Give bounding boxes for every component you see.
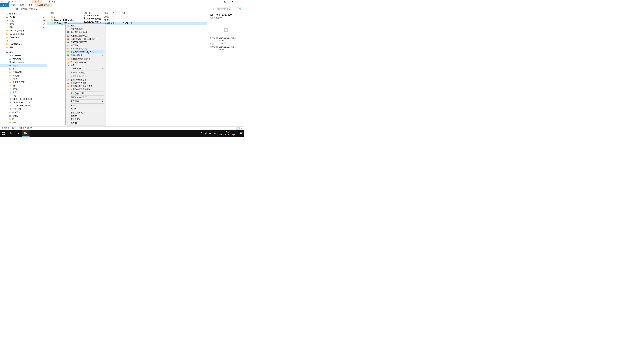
- tree-item[interactable]: 🖥ZMT2019: [0, 107, 47, 111]
- menu-extract-here[interactable]: 📂解压到当前文件夹(X): [66, 47, 104, 50]
- tree-item[interactable]: 天翼云盘下载: [0, 81, 47, 84]
- refresh-icon[interactable]: ⟳: [213, 8, 214, 10]
- ime-indicator[interactable]: 中: [208, 132, 212, 135]
- menu-share[interactable]: ↗共享: [66, 64, 104, 67]
- tree-item-this-pc[interactable]: ▸此电脑: [0, 64, 47, 67]
- file-row[interactable]: 1 2020/12/15, 星期二 1...文件夹: [47, 15, 207, 18]
- tree-item-network[interactable]: ▾🖧网络: [0, 94, 47, 97]
- menu-extract-named[interactable]: 📂解压到 Win7x64_2020\ (E): [66, 50, 104, 53]
- tree-item-wps[interactable]: ▸☁WPS网盘: [0, 57, 47, 60]
- tree-item[interactable]: 保存的图片: [0, 70, 47, 74]
- menu-open-360[interactable]: 📦用360压缩打开(Q): [66, 41, 104, 44]
- col-size[interactable]: 大小: [122, 12, 135, 14]
- search-button[interactable]: 🔍: [8, 130, 15, 137]
- delete-x-icon[interactable]: ✕: [11, 0, 14, 3]
- tree-item[interactable]: ▭图片📌: [0, 26, 47, 29]
- tree-item[interactable]: 🖥PC-20190530OBLA: [0, 104, 47, 107]
- menu-360-delete[interactable]: ◉使用 360强力删除: [66, 81, 104, 85]
- taskbar-clock[interactable]: 16:32 2020/12/25, 星期五: [217, 131, 238, 136]
- tree-desktop[interactable]: ▾▬桌面: [0, 50, 47, 54]
- tree-item[interactable]: win7重装win7: [0, 42, 47, 46]
- tree-item-user[interactable]: ▸👤Administrator: [0, 60, 47, 64]
- tree-item[interactable]: ⬇下载📌: [0, 19, 47, 22]
- tab-view[interactable]: 查看: [26, 3, 35, 7]
- tab-file[interactable]: 文件: [0, 3, 9, 7]
- menu-copy[interactable]: 复制(C): [66, 107, 104, 110]
- search-icon[interactable]: 🔍: [239, 8, 242, 10]
- tray-expand-icon[interactable]: ˄: [200, 132, 204, 135]
- save-icon[interactable]: [8, 0, 10, 3]
- tree-item[interactable]: 图片: [0, 46, 47, 49]
- menu-properties[interactable]: 属性(R): [66, 121, 104, 125]
- tree-item[interactable]: ▯文档📌: [0, 22, 47, 26]
- tree-item[interactable]: ▯文档: [0, 87, 47, 91]
- col-type[interactable]: 类型: [104, 12, 122, 14]
- menu-extract-to[interactable]: 📂解压到(F)...: [66, 44, 104, 47]
- view-details-button[interactable]: ☰: [236, 127, 240, 130]
- col-date[interactable]: 修改日期: [84, 12, 104, 14]
- maximize-button[interactable]: ▢: [221, 0, 229, 3]
- tree-item[interactable]: ▸软件: [0, 117, 47, 121]
- check-icon[interactable]: [4, 0, 7, 3]
- tree-item[interactable]: ▸⚙控制面板: [0, 111, 47, 114]
- tree-item[interactable]: ▤G:\: [0, 39, 47, 42]
- menu-other-compress[interactable]: 📦其他压缩命令▶: [66, 53, 104, 57]
- tree-item[interactable]: ♪音乐: [0, 91, 47, 94]
- address-dropdown-icon[interactable]: ▾: [210, 8, 211, 10]
- menu-rename[interactable]: 重命名(M): [66, 117, 104, 121]
- help-button[interactable]: ?: [236, 0, 244, 3]
- chevron-right-icon[interactable]: ›: [38, 8, 38, 10]
- tab-home[interactable]: 主页: [9, 3, 18, 7]
- tree-item[interactable]: YUNQISHI2019: [0, 32, 47, 36]
- menu-360-manage[interactable]: ◉使用 360管理右键菜单: [66, 88, 104, 91]
- menu-qq-send[interactable]: 通过QQ发送到: [66, 92, 104, 95]
- menu-send-to[interactable]: 发送到(N)▶: [66, 100, 104, 103]
- menu-delete[interactable]: 删除(D): [66, 114, 104, 117]
- menu-open-with[interactable]: 打开方式(H)▶: [66, 67, 104, 70]
- menu-add-archive[interactable]: 📦添加到压缩文件(A)...: [66, 34, 104, 37]
- action-center-button[interactable]: 💬3: [238, 132, 244, 135]
- minimize-button[interactable]: —: [214, 0, 221, 3]
- menu-burn[interactable]: 刻录光盘映像: [66, 27, 104, 30]
- menu-360-trojan[interactable]: ◉使用 360进行木马云查杀: [66, 85, 104, 88]
- menu-notepad[interactable]: 📝Edit with Notepad++: [66, 61, 104, 64]
- tree-item[interactable]: ▸🗑回收站: [0, 114, 47, 117]
- chevron-right-icon[interactable]: ›: [20, 8, 20, 10]
- file-row[interactable]: BaiduNetdiskDownload 2020/12/25, 星期五 1..…: [47, 18, 207, 22]
- breadcrumb-location[interactable]: 文档 (E:): [29, 8, 37, 10]
- start-button[interactable]: [0, 130, 8, 137]
- menu-restore[interactable]: 还原以前的版本(V): [66, 96, 104, 99]
- nav-history-icon[interactable]: ▾: [8, 8, 12, 10]
- menu-mount[interactable]: 💿装载: [66, 24, 104, 27]
- task-view-button[interactable]: ⊞: [15, 130, 22, 137]
- chevron-right-icon[interactable]: ›: [28, 8, 28, 10]
- menu-shortcut[interactable]: 创建快捷方式(S): [66, 111, 104, 114]
- tab-disc-tools[interactable]: 光盘映像工具: [35, 3, 52, 7]
- tree-item[interactable]: Bandicam: [0, 36, 47, 39]
- tree-quick-access[interactable]: ▾★快速访问: [0, 12, 47, 15]
- tree-item[interactable]: ▸文件: [0, 121, 47, 124]
- tree-item[interactable]: excel表格制作求和: [0, 29, 47, 32]
- tree-item[interactable]: 🖥DESKTOP-NJEU3CG: [0, 101, 47, 104]
- breadcrumb[interactable]: › 此电脑 › 文档 (E:) ›: [16, 8, 210, 10]
- col-name[interactable]: 名称: [47, 12, 84, 14]
- nav-forward-icon[interactable]: →: [5, 8, 8, 10]
- view-icons-button[interactable]: ▦: [240, 127, 243, 130]
- volume-icon[interactable]: 🔊: [204, 132, 208, 135]
- file-explorer-button[interactable]: [22, 130, 30, 137]
- qat-dropdown-icon[interactable]: ▾: [18, 0, 20, 3]
- menu-upload-baidu[interactable]: ☁上传到百度网盘: [66, 71, 104, 74]
- search-input[interactable]: 搜索"文档 (E:)" 🔍: [216, 7, 243, 11]
- menu-browse-bee[interactable]: ✳用 蜂蜜浏览器 浏览(3): [66, 57, 104, 61]
- close-button[interactable]: ✕: [229, 0, 236, 3]
- tree-item[interactable]: ▬Desktop📌: [0, 15, 47, 19]
- nav-back-icon[interactable]: ←: [1, 8, 5, 10]
- tree-item-libraries[interactable]: ▾▥库: [0, 67, 47, 70]
- menu-360-unlock[interactable]: ◉使用 360解除占用: [66, 78, 104, 81]
- tree-item[interactable]: 本机照片: [0, 74, 47, 77]
- tree-item[interactable]: ▭图片: [0, 84, 47, 87]
- breadcrumb-root[interactable]: 此电脑: [21, 8, 27, 10]
- menu-youdao[interactable]: Y上传到有道云笔记: [66, 30, 104, 33]
- tree-item[interactable]: 🖥DESKTOP-LSSOEDP: [0, 97, 47, 101]
- tree-item[interactable]: ▶视频: [0, 77, 47, 81]
